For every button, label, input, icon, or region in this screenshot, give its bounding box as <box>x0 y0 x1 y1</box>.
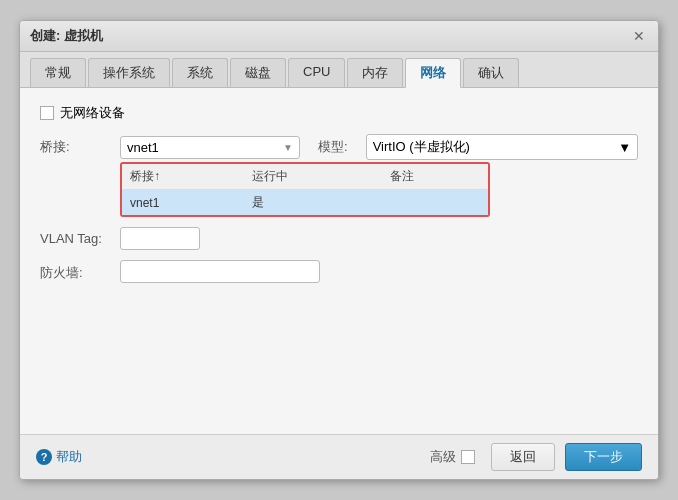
row-note-value <box>382 190 488 216</box>
close-button[interactable]: ✕ <box>630 27 648 45</box>
tab-confirm[interactable]: 确认 <box>463 58 519 87</box>
bridge-select[interactable]: vnet1 ▼ <box>120 136 300 159</box>
help-button[interactable]: ? 帮助 <box>36 448 82 466</box>
content-area: 无网络设备 桥接: vnet1 ▼ 模型: VirtIO (半虚拟化) ▼ <box>20 88 658 434</box>
advanced-checkbox[interactable] <box>461 450 475 464</box>
col-bridge: 桥接↑ <box>122 164 244 190</box>
row-bridge-value: vnet1 <box>122 190 244 216</box>
help-label: 帮助 <box>56 448 82 466</box>
vlan-input[interactable] <box>120 227 200 250</box>
window-title: 创建: 虚拟机 <box>30 27 103 45</box>
vlan-field <box>120 227 638 250</box>
model-label: 模型: <box>318 138 348 156</box>
firewall-row: 防火墙: <box>40 260 638 283</box>
firewall-field <box>120 260 638 283</box>
bridge-row: 桥接: vnet1 ▼ 模型: VirtIO (半虚拟化) ▼ <box>40 134 638 217</box>
dropdown-header-row: 桥接↑ 运行中 备注 <box>122 164 488 190</box>
bridge-dropdown-popup: 桥接↑ 运行中 备注 vnet1 是 <box>120 162 490 217</box>
no-network-checkbox[interactable] <box>40 106 54 120</box>
back-button[interactable]: 返回 <box>491 443 555 471</box>
tab-bar: 常规 操作系统 系统 磁盘 CPU 内存 网络 确认 <box>20 52 658 88</box>
advanced-row: 高级 <box>430 448 481 466</box>
bridge-select-arrow: ▼ <box>283 142 293 153</box>
no-network-label: 无网络设备 <box>60 104 125 122</box>
col-running: 运行中 <box>244 164 382 190</box>
bridge-dropdown-row: vnet1 ▼ 模型: VirtIO (半虚拟化) ▼ <box>120 134 638 160</box>
vlan-label: VLAN Tag: <box>40 227 120 246</box>
advanced-label: 高级 <box>430 448 456 466</box>
next-button[interactable]: 下一步 <box>565 443 642 471</box>
tab-cpu[interactable]: CPU <box>288 58 345 87</box>
main-window: 创建: 虚拟机 ✕ 常规 操作系统 系统 磁盘 CPU 内存 网络 确认 无网络… <box>19 20 659 480</box>
row-running-value: 是 <box>244 190 382 216</box>
model-select-value: VirtIO (半虚拟化) <box>373 138 470 156</box>
firewall-label: 防火墙: <box>40 260 120 282</box>
bridge-label: 桥接: <box>40 134 120 156</box>
tab-general[interactable]: 常规 <box>30 58 86 87</box>
tab-network[interactable]: 网络 <box>405 58 461 88</box>
tab-os[interactable]: 操作系统 <box>88 58 170 87</box>
bridge-field: vnet1 ▼ 模型: VirtIO (半虚拟化) ▼ 桥接↑ <box>120 134 638 217</box>
tab-disk[interactable]: 磁盘 <box>230 58 286 87</box>
model-select-arrow: ▼ <box>618 140 631 155</box>
tab-system[interactable]: 系统 <box>172 58 228 87</box>
firewall-input[interactable] <box>120 260 320 283</box>
model-select[interactable]: VirtIO (半虚拟化) ▼ <box>366 134 638 160</box>
bridge-select-value: vnet1 <box>127 140 159 155</box>
vlan-row: VLAN Tag: <box>40 227 638 250</box>
no-network-row: 无网络设备 <box>40 104 638 122</box>
footer-right: 高级 返回 下一步 <box>430 443 642 471</box>
footer: ? 帮助 高级 返回 下一步 <box>20 434 658 479</box>
titlebar: 创建: 虚拟机 ✕ <box>20 21 658 52</box>
tab-memory[interactable]: 内存 <box>347 58 403 87</box>
help-icon: ? <box>36 449 52 465</box>
col-note: 备注 <box>382 164 488 190</box>
dropdown-row-vnet1[interactable]: vnet1 是 <box>122 190 488 216</box>
